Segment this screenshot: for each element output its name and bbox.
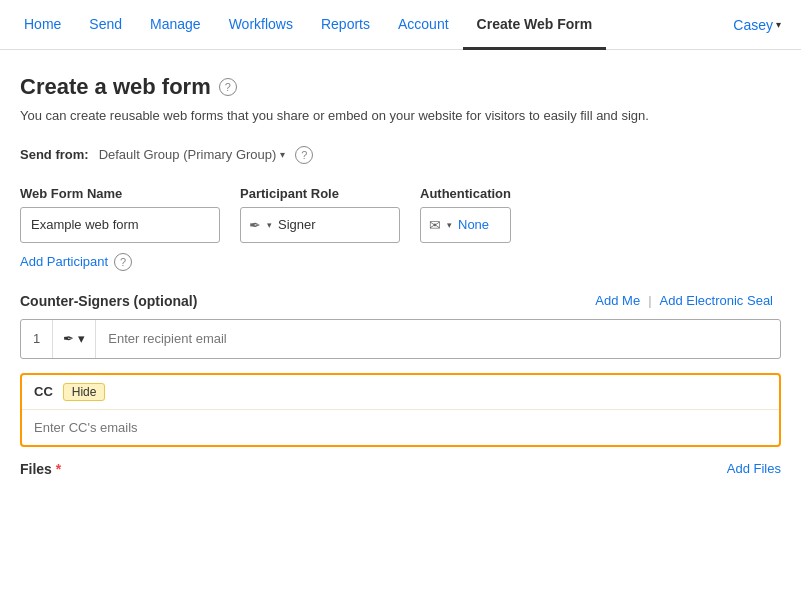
main-content: Create a web form ? You can create reusa…: [0, 50, 801, 497]
authentication-label: Authentication: [420, 186, 511, 201]
nav-account[interactable]: Account: [384, 0, 463, 50]
cc-email-input[interactable]: [22, 410, 779, 445]
participant-role-field[interactable]: ✒ ▾ Signer: [240, 207, 400, 243]
send-from-help-icon[interactable]: ?: [295, 146, 313, 164]
form-fields-row: Web Form Name Participant Role ✒ ▾ Signe…: [20, 186, 781, 243]
role-chevron: ▾: [267, 220, 272, 230]
page-title-row: Create a web form ?: [20, 74, 781, 100]
page-subtitle: You can create reusable web forms that y…: [20, 106, 781, 126]
page-title: Create a web form: [20, 74, 211, 100]
nav-spacer: [606, 0, 723, 49]
add-files-link[interactable]: Add Files: [727, 461, 781, 476]
authentication-field[interactable]: ✉ ▾ None: [420, 207, 511, 243]
recipient-row: 1 ✒ ▾: [20, 319, 781, 359]
title-help-icon[interactable]: ?: [219, 78, 237, 96]
counter-signers-title: Counter-Signers (optional): [20, 293, 197, 309]
files-row: Files Add Files: [20, 461, 781, 477]
nav-workflows[interactable]: Workflows: [215, 0, 307, 50]
email-icon: ✉: [429, 217, 441, 233]
navigation: Home Send Manage Workflows Reports Accou…: [0, 0, 801, 50]
recipient-role[interactable]: ✒ ▾: [53, 320, 96, 358]
add-me-link[interactable]: Add Me: [587, 293, 648, 308]
cc-header: CC Hide: [22, 375, 779, 410]
add-participant-help-icon[interactable]: ?: [114, 253, 132, 271]
authentication-group: Authentication ✉ ▾ None: [420, 186, 511, 243]
add-participant-row: Add Participant ?: [20, 253, 781, 271]
nav-reports[interactable]: Reports: [307, 0, 384, 50]
add-electronic-seal-link[interactable]: Add Electronic Seal: [652, 293, 781, 308]
nav-create-web-form[interactable]: Create Web Form: [463, 0, 607, 50]
send-from-row: Send from: Default Group (Primary Group)…: [20, 146, 781, 164]
recipient-pen-icon: ✒: [63, 331, 74, 346]
user-name: Casey: [733, 17, 773, 33]
send-from-chevron: ▾: [280, 149, 285, 160]
web-form-name-input[interactable]: [20, 207, 220, 243]
send-from-label: Send from:: [20, 147, 89, 162]
participant-role-value: Signer: [278, 217, 391, 232]
participant-role-group: Participant Role ✒ ▾ Signer: [240, 186, 400, 243]
nav-manage[interactable]: Manage: [136, 0, 215, 50]
nav-home[interactable]: Home: [10, 0, 75, 50]
send-from-value: Default Group (Primary Group): [99, 147, 277, 162]
recipient-role-chevron: ▾: [78, 331, 85, 346]
counter-signers-actions: Add Me | Add Electronic Seal: [587, 293, 781, 308]
add-participant-link[interactable]: Add Participant: [20, 254, 108, 269]
pen-icon: ✒: [249, 217, 261, 233]
recipient-email-input[interactable]: [96, 320, 780, 358]
files-label: Files: [20, 461, 61, 477]
auth-chevron: ▾: [447, 220, 452, 230]
user-menu[interactable]: Casey ▾: [723, 0, 791, 49]
web-form-name-group: Web Form Name: [20, 186, 220, 243]
nav-send[interactable]: Send: [75, 0, 136, 50]
counter-signers-header: Counter-Signers (optional) Add Me | Add …: [20, 293, 781, 309]
authentication-value: None: [458, 217, 489, 232]
recipient-number: 1: [21, 320, 53, 358]
cc-label: CC: [34, 384, 53, 399]
web-form-name-label: Web Form Name: [20, 186, 220, 201]
cc-section: CC Hide: [20, 373, 781, 447]
cc-hide-button[interactable]: Hide: [63, 383, 106, 401]
participant-role-label: Participant Role: [240, 186, 400, 201]
send-from-select[interactable]: Default Group (Primary Group) ▾: [99, 147, 286, 162]
user-menu-chevron: ▾: [776, 19, 781, 30]
